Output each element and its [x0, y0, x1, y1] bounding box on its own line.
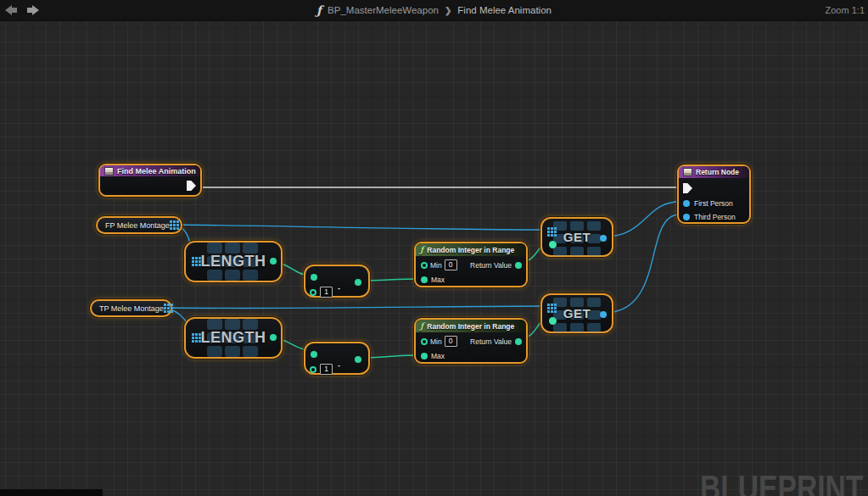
subtract-operator: -	[338, 364, 340, 368]
node-title: Find Melee Animation	[117, 167, 196, 176]
min-input-pin[interactable]	[421, 338, 428, 345]
bottom-panel-edge	[0, 489, 103, 496]
breadcrumb-current[interactable]: Find Melee Animation	[457, 5, 552, 15]
variable-label: TP Melee Montage	[99, 304, 164, 313]
int-output-pin[interactable]	[355, 356, 361, 363]
third-person-input-pin[interactable]	[683, 214, 690, 220]
first-person-label: First Person	[694, 199, 733, 208]
array-output-pin[interactable]	[164, 304, 173, 313]
graph-canvas[interactable]: Find Melee Animation FP Melee Montage TP…	[0, 20, 868, 496]
return-value-label: Return Value	[470, 337, 512, 346]
max-label: Max	[431, 276, 445, 284]
node-subtract-2[interactable]: 1 -	[304, 342, 370, 375]
node-title: Random Integer in Range	[427, 246, 514, 254]
node-header: ƒ Random Integer in Range	[416, 243, 526, 256]
breadcrumb: ƒ BP_MasterMeleeWeapon ❯ Find Melee Anim…	[316, 0, 552, 20]
back-arrow-icon[interactable]	[5, 4, 20, 16]
wire-fp-to-get1[interactable]	[176, 225, 548, 230]
int-input-a-pin[interactable]	[311, 351, 317, 358]
blueprint-editor-window: ƒ BP_MasterMeleeWeapon ❯ Find Melee Anim…	[0, 0, 868, 496]
int-input-b-pin[interactable]	[310, 366, 316, 373]
max-input-pin[interactable]	[421, 353, 428, 359]
min-label: Min	[430, 261, 442, 270]
return-value-output-pin[interactable]	[515, 338, 522, 345]
max-input-pin[interactable]	[421, 276, 428, 283]
node-header: Find Melee Animation	[100, 165, 200, 176]
max-label: Max	[431, 352, 445, 360]
node-length-2[interactable]: LENGTH	[184, 317, 283, 359]
node-find-melee-animation[interactable]: Find Melee Animation	[98, 164, 202, 197]
graph-toolbar: ƒ BP_MasterMeleeWeapon ❯ Find Melee Anim…	[0, 0, 868, 21]
function-icon: ƒ	[420, 322, 423, 331]
function-icon: ƒ	[420, 246, 423, 254]
node-random-integer-in-range-2[interactable]: ƒ Random Integer in Range Min 0 Return V…	[414, 318, 528, 364]
node-title: Return Node	[696, 168, 739, 176]
node-label: LENGTH	[201, 253, 266, 270]
min-input-value[interactable]: 0	[445, 336, 457, 347]
forward-arrow-icon[interactable]	[25, 4, 39, 16]
wire-get2-to-return-third[interactable]	[604, 215, 680, 313]
function-result-icon	[683, 168, 692, 176]
node-label: GET	[563, 230, 591, 244]
breadcrumb-parent[interactable]: BP_MasterMeleeWeapon	[328, 5, 439, 15]
int-input-b-pin[interactable]	[310, 289, 316, 296]
int-input-value[interactable]: 1	[320, 287, 333, 298]
function-icon: ƒ	[316, 4, 322, 16]
node-header: Return Node	[679, 166, 749, 178]
exec-input-pin[interactable]	[683, 183, 692, 193]
node-label: GET	[563, 306, 591, 320]
chevron-right-icon: ❯	[445, 6, 451, 15]
node-label: LENGTH	[201, 329, 266, 347]
node-title: Random Integer in Range	[427, 322, 514, 331]
function-entry-icon	[104, 167, 114, 176]
node-subtract-1[interactable]: 1 -	[304, 265, 370, 298]
int-input-value[interactable]: 1	[320, 364, 333, 375]
array-output-pin[interactable]	[170, 220, 179, 230]
min-input-value[interactable]: 0	[445, 259, 457, 270]
wire-tp-to-get2[interactable]	[166, 306, 548, 309]
node-length-1[interactable]: LENGTH	[184, 241, 283, 282]
node-header: ƒ Random Integer in Range	[416, 320, 526, 332]
min-label: Min	[430, 337, 442, 346]
node-fp-melee-montage[interactable]: FP Melee Montage	[96, 216, 182, 234]
int-output-pin[interactable]	[355, 279, 361, 286]
node-random-integer-in-range-1[interactable]: ƒ Random Integer in Range Min 0 Return V…	[414, 242, 528, 287]
node-get-2[interactable]: GET	[540, 293, 613, 333]
variable-label: FP Melee Montage	[105, 221, 170, 230]
return-value-output-pin[interactable]	[515, 262, 522, 269]
exec-output-pin[interactable]	[187, 181, 196, 191]
node-tp-melee-montage[interactable]: TP Melee Montage	[90, 299, 172, 317]
int-input-a-pin[interactable]	[311, 274, 317, 281]
subtract-operator: -	[338, 287, 340, 291]
zoom-level-label: Zoom 1:1	[826, 5, 865, 15]
return-value-label: Return Value	[470, 261, 512, 270]
node-return[interactable]: Return Node First Person Third Person	[677, 164, 751, 224]
third-person-label: Third Person	[694, 213, 736, 221]
first-person-input-pin[interactable]	[683, 200, 690, 207]
min-input-pin[interactable]	[421, 262, 428, 269]
node-get-1[interactable]: GET	[540, 217, 613, 257]
